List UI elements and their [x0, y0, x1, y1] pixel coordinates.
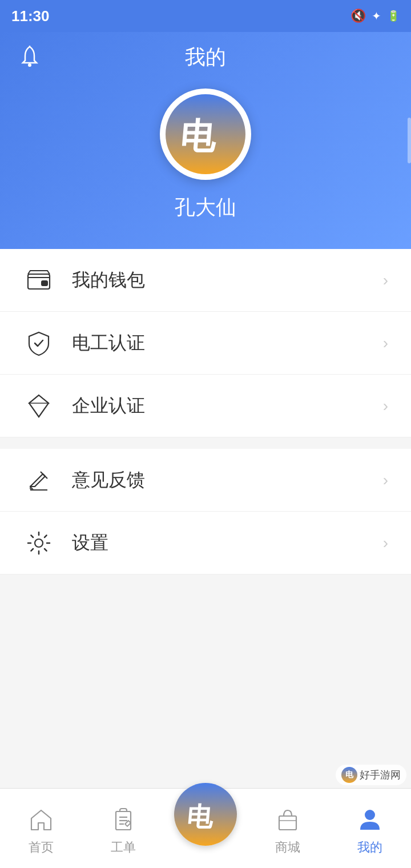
svg-rect-14 — [279, 816, 296, 830]
shop-nav-label: 商城 — [275, 839, 300, 856]
mine-nav-label: 我的 — [357, 839, 382, 856]
svg-marker-6 — [29, 395, 49, 403]
status-bar: 11:30 🔇 ✦ 🔋 — [0, 0, 411, 32]
watermark-logo: 电 — [341, 767, 357, 783]
gear-icon — [23, 527, 55, 559]
username: 孔大仙 — [175, 194, 236, 222]
svg-rect-4 — [42, 281, 47, 286]
settings-label: 设置 — [72, 531, 108, 556]
avatar[interactable]: 电 — [160, 89, 251, 180]
svg-point-8 — [35, 539, 43, 547]
person-icon — [357, 807, 383, 835]
status-time: 11:30 — [11, 7, 50, 25]
feedback-label: 意见反馈 — [72, 468, 145, 493]
workorder-nav-label: 工单 — [111, 839, 136, 856]
watermark: 电 好手游网 — [336, 765, 406, 785]
volume-icon: 🔇 — [350, 9, 366, 23]
bluetooth-icon: ✦ — [372, 9, 381, 23]
svg-point-15 — [365, 810, 375, 820]
bottom-navigation: 首页 工单 — [0, 788, 411, 868]
profile-header: 我的 电 孔大仙 — [0, 32, 411, 249]
svg-marker-5 — [29, 395, 49, 417]
svg-text:电: 电 — [179, 116, 219, 156]
scroll-indicator — [408, 118, 411, 163]
svg-point-0 — [28, 63, 31, 67]
electrician-arrow-icon: › — [383, 334, 388, 352]
menu-item-enterprise[interactable]: 企业认证 › — [0, 375, 411, 437]
wallet-icon — [23, 264, 55, 296]
svg-text:电: 电 — [186, 802, 216, 830]
center-logo-icon: 电 — [174, 783, 237, 846]
home-icon — [28, 807, 54, 835]
enterprise-label: 企业认证 — [72, 393, 145, 419]
wallet-label: 我的钱包 — [72, 268, 145, 293]
electrician-label: 电工认证 — [72, 331, 145, 356]
enterprise-arrow-icon: › — [383, 397, 388, 415]
nav-item-center[interactable]: 电 — [164, 777, 247, 846]
home-nav-label: 首页 — [29, 839, 54, 856]
nav-item-home[interactable]: 首页 — [0, 801, 82, 856]
bag-icon — [275, 807, 301, 835]
page-title: 我的 — [185, 43, 226, 71]
feedback-arrow-icon: › — [383, 471, 388, 489]
clipboard-icon — [110, 807, 136, 835]
content-spacer — [0, 574, 411, 769]
menu-item-wallet[interactable]: 我的钱包 › — [0, 249, 411, 312]
wallet-arrow-icon: › — [383, 271, 388, 290]
edit-icon — [23, 464, 55, 496]
notification-bell-icon[interactable] — [17, 43, 42, 74]
status-icons: 🔇 ✦ 🔋 — [350, 9, 400, 23]
watermark-text: 好手游网 — [360, 768, 401, 782]
nav-item-mine[interactable]: 我的 — [329, 801, 411, 856]
menu-list: 我的钱包 › 电工认证 › 企业认证 › — [0, 249, 411, 574]
menu-item-settings[interactable]: 设置 › — [0, 512, 411, 574]
settings-arrow-icon: › — [383, 534, 388, 552]
nav-item-shop[interactable]: 商城 — [247, 801, 329, 856]
menu-separator — [0, 437, 411, 449]
menu-item-feedback[interactable]: 意见反馈 › — [0, 449, 411, 512]
shield-check-icon — [23, 327, 55, 359]
nav-item-workorder[interactable]: 工单 — [82, 801, 164, 856]
menu-item-electrician[interactable]: 电工认证 › — [0, 312, 411, 375]
diamond-icon — [23, 390, 55, 422]
battery-icon: 🔋 — [387, 10, 400, 22]
